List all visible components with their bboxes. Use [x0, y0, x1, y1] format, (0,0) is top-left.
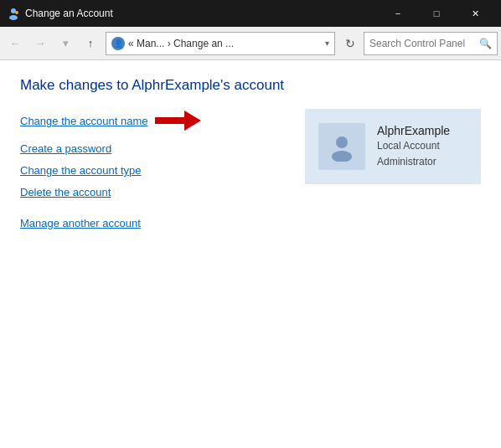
profile-card: AlphrExample Local Account Administrator: [305, 109, 481, 184]
content-area: Change the account name Create a passwor…: [20, 109, 481, 238]
links-section: Change the account name Create a passwor…: [20, 109, 288, 238]
change-name-row: Change the account name: [20, 109, 288, 135]
close-button[interactable]: ✕: [456, 0, 494, 27]
back-button[interactable]: ←: [3, 32, 27, 55]
search-input[interactable]: [369, 38, 476, 49]
breadcrumb-icon: 👤: [111, 37, 125, 50]
profile-role-line1: Local Account: [377, 139, 450, 153]
change-account-type-link[interactable]: Change the account type: [20, 163, 288, 178]
breadcrumb-text: « Man... › Change an ...: [128, 38, 234, 49]
avatar: [318, 123, 365, 170]
profile-info: AlphrExample Local Account Administrator: [377, 124, 450, 169]
titlebar-icon: [7, 7, 20, 20]
svg-point-2: [15, 11, 18, 14]
dropdown-button[interactable]: ▾: [54, 32, 77, 55]
svg-point-4: [336, 136, 348, 148]
delete-account-link[interactable]: Delete the account: [20, 185, 288, 200]
create-password-link[interactable]: Create a password: [20, 142, 288, 157]
svg-point-1: [9, 15, 18, 20]
search-icon[interactable]: 🔍: [479, 38, 492, 49]
red-arrow: [155, 109, 201, 135]
svg-point-5: [332, 151, 352, 162]
up-button[interactable]: ↑: [79, 32, 102, 55]
search-bar[interactable]: 🔍: [364, 32, 498, 55]
change-account-name-link[interactable]: Change the account name: [20, 114, 148, 129]
breadcrumb-bar[interactable]: 👤 « Man... › Change an ... ▾: [106, 32, 335, 55]
page-heading: Make changes to AlphrExample's account: [20, 77, 481, 94]
minimize-button[interactable]: −: [379, 0, 417, 27]
avatar-icon: [327, 131, 357, 162]
addressbar: ← → ▾ ↑ 👤 « Man... › Change an ... ▾ ↻ 🔍: [0, 27, 501, 60]
refresh-button[interactable]: ↻: [338, 32, 362, 55]
breadcrumb-chevron: ▾: [325, 39, 329, 48]
forward-button[interactable]: →: [28, 32, 52, 55]
profile-role-line2: Administrator: [377, 155, 450, 169]
profile-name: AlphrExample: [377, 124, 450, 137]
titlebar-controls: − □ ✕: [379, 0, 494, 27]
titlebar: Change an Account − □ ✕: [0, 0, 501, 27]
manage-another-account-link[interactable]: Manage another account: [20, 216, 288, 231]
maximize-button[interactable]: □: [417, 0, 456, 27]
titlebar-title: Change an Account: [25, 8, 379, 19]
main-content: Make changes to AlphrExample's account C…: [0, 60, 501, 448]
svg-marker-3: [155, 111, 201, 131]
